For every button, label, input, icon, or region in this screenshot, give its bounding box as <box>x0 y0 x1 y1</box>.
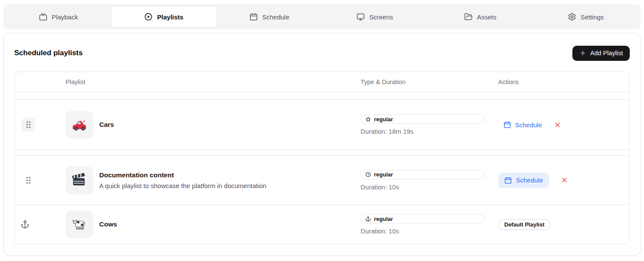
top-nav: Playback Playlists Schedule Screens Asse… <box>3 4 641 29</box>
monitor-icon <box>356 13 365 21</box>
drag-handle[interactable] <box>22 118 35 132</box>
playlist-name: Documentation content <box>99 171 267 179</box>
tab-screens[interactable]: Screens <box>322 6 428 27</box>
type-badge-label: regular <box>374 216 393 222</box>
car-image <box>71 116 88 133</box>
cow-image <box>70 215 88 233</box>
schedule-button[interactable]: Schedule <box>498 121 542 129</box>
type-badge-label: regular <box>374 171 393 178</box>
calendar-icon <box>504 176 512 184</box>
x-icon <box>561 176 568 184</box>
duration-label: Duration: 10s <box>361 183 498 191</box>
x-icon <box>554 121 561 129</box>
playlists-table: Playlist Type & Duration Actions <box>14 72 630 244</box>
tab-label: Schedule <box>262 13 289 21</box>
gear-icon <box>568 13 576 21</box>
panel-header: Scheduled playlists Add Playlist <box>14 45 630 61</box>
tab-playback[interactable]: Playback <box>6 6 111 27</box>
tab-label: Assets <box>477 13 496 21</box>
column-header-playlist: Playlist <box>66 79 361 85</box>
anchor-icon <box>365 216 371 222</box>
clapper-board-image <box>71 172 88 189</box>
tab-schedule[interactable]: Schedule <box>217 6 322 27</box>
folder-icon <box>464 13 473 21</box>
tab-label: Screens <box>369 13 393 21</box>
type-badge: regular <box>361 214 485 223</box>
type-badge-label: regular <box>374 116 393 123</box>
tab-playlists[interactable]: Playlists <box>111 6 217 27</box>
playlist-thumbnail <box>66 211 93 238</box>
playlist-name: Cows <box>99 220 117 228</box>
tab-assets[interactable]: Assets <box>427 6 533 27</box>
drag-dots-icon <box>25 176 32 185</box>
schedule-button[interactable]: Schedule <box>498 173 549 188</box>
playlist-description: A quick playlist to showcase the platfor… <box>99 182 267 189</box>
calendar-icon <box>503 121 511 129</box>
drop-zone-spacer <box>15 92 629 100</box>
drag-handle[interactable] <box>22 173 35 187</box>
remove-playlist-button[interactable] <box>561 176 568 184</box>
drop-zone-spacer <box>15 150 629 156</box>
duration-label: Duration: 10s <box>361 227 498 235</box>
duration-label: Duration: 18m 19s <box>361 128 498 135</box>
playlist-name: Cars <box>99 121 114 129</box>
tab-label: Settings <box>581 13 604 21</box>
page-title: Scheduled playlists <box>14 49 83 57</box>
calendar-icon <box>249 13 258 21</box>
column-header-actions: Actions <box>498 79 629 85</box>
star-icon <box>365 116 371 122</box>
anchor-icon <box>21 220 29 229</box>
tab-settings[interactable]: Settings <box>533 6 639 27</box>
drag-dots-icon <box>25 120 32 129</box>
playlist-thumbnail <box>66 167 93 194</box>
schedule-label: Schedule <box>515 121 542 129</box>
type-badge: regular <box>361 170 485 179</box>
table-row: Documentation content A quick playlist t… <box>15 156 629 205</box>
tv-icon <box>39 13 47 21</box>
schedule-label: Schedule <box>516 176 543 184</box>
add-playlist-label: Add Playlist <box>590 50 623 57</box>
playlist-thumbnail <box>66 111 93 138</box>
default-playlist-badge: Default Playlist <box>498 219 550 230</box>
table-row: Cows regular Duration: 10s Default Playl… <box>15 205 629 244</box>
type-badge: regular <box>361 114 485 124</box>
clock-icon <box>365 172 371 177</box>
tab-label: Playback <box>52 13 78 21</box>
scheduled-playlists-panel: Scheduled playlists Add Playlist Playlis… <box>3 33 641 256</box>
table-header-row: Playlist Type & Duration Actions <box>15 72 629 92</box>
remove-playlist-button[interactable] <box>554 121 561 129</box>
add-playlist-button[interactable]: Add Playlist <box>572 46 630 61</box>
column-header-type-duration: Type & Duration <box>361 79 498 85</box>
tab-label: Playlists <box>157 13 183 21</box>
table-row: Cars regular Duration: 18m 19s Schedule <box>15 100 629 150</box>
play-circle-icon <box>144 13 153 21</box>
plus-icon <box>579 50 586 57</box>
